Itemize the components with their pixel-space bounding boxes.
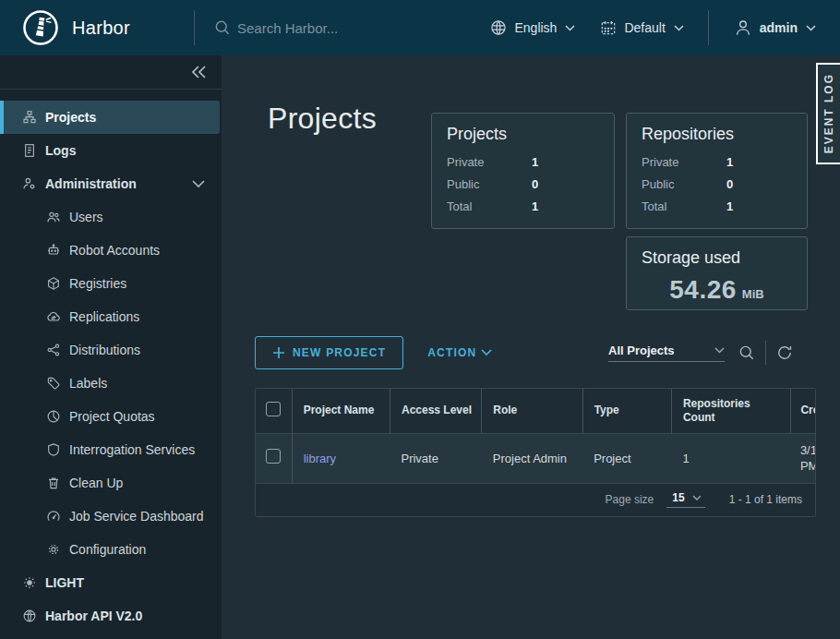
sidebar-item-harbor-api[interactable]: Harbor API V2.0	[0, 599, 222, 633]
theme-menu[interactable]: Default	[599, 18, 683, 37]
sidebar-item-label: Projects	[45, 110, 96, 125]
event-log-tab[interactable]: EVENT LOG	[816, 63, 840, 164]
col-role: Role	[482, 389, 582, 433]
filter-group: All Projects	[608, 341, 794, 365]
page-size-label: Page size	[606, 493, 654, 506]
sidebar-item-replications[interactable]: Replications	[0, 300, 222, 333]
chevron-down-icon	[565, 25, 575, 31]
sidebar-item-job-service-dashboard[interactable]: Job Service Dashboard	[0, 500, 222, 533]
stat-value: 0	[532, 174, 538, 196]
col-creation-time-clipped: Cre	[791, 389, 816, 433]
search-icon[interactable]	[738, 344, 756, 362]
col-repositories-count: Repositories Count	[671, 389, 790, 433]
robot-icon	[46, 243, 61, 258]
sidebar-item-users[interactable]: Users	[0, 200, 222, 234]
storage-unit: MiB	[742, 287, 764, 301]
col-type: Type	[582, 389, 671, 433]
sidebar-item-registries[interactable]: Registries	[0, 267, 222, 300]
pie-chart-icon	[46, 409, 61, 424]
sidebar-item-label: Harbor API V2.0	[45, 609, 142, 623]
sidebar: Projects Logs Administration	[0, 55, 222, 639]
brand[interactable]: Harbor	[0, 9, 194, 46]
stat-value: 1	[532, 196, 538, 218]
stat-label: Total	[642, 196, 726, 218]
org-chart-icon	[22, 110, 37, 125]
stat-label: Total	[447, 196, 532, 218]
stat-label: Private	[447, 151, 532, 174]
projects-summary-card: Projects Private1 Public0 Total1	[431, 113, 615, 229]
shield-icon	[46, 442, 61, 457]
sidebar-item-robot-accounts[interactable]: Robot Accounts	[0, 234, 222, 267]
sidebar-item-label: Logs	[45, 143, 76, 158]
gear-icon	[46, 542, 61, 557]
search-input[interactable]	[237, 20, 477, 36]
sidebar-nav: Projects Logs Administration	[0, 101, 222, 633]
page-size-select[interactable]: 15	[666, 491, 704, 508]
main-content: Projects Projects Private1 Public0 Total…	[222, 55, 840, 639]
page-title: Projects	[268, 102, 377, 136]
header-divider	[708, 10, 709, 45]
double-chevron-left-icon	[190, 65, 207, 79]
row-checkbox[interactable]	[266, 449, 281, 464]
theme-icon	[599, 18, 618, 37]
cloud-sync-icon	[46, 309, 61, 324]
cell-creation-time-clipped: 3/1 PM	[791, 433, 816, 483]
stat-label: Private	[642, 151, 726, 174]
sidebar-item-label: Project Quotas	[69, 409, 155, 424]
users-icon	[46, 210, 61, 224]
theme-label: Default	[624, 20, 665, 35]
summary-cards: Projects Private1 Public0 Total1 Reposit…	[431, 113, 808, 310]
sidebar-item-label: Distributions	[69, 343, 140, 357]
table-row: library Private Project Admin Project 1 …	[256, 433, 816, 483]
cell-role: Project Admin	[482, 433, 582, 483]
sidebar-item-label: Users	[69, 210, 103, 224]
refresh-icon[interactable]	[775, 344, 794, 362]
repositories-summary-card: Repositories Private1 Public0 Total1	[626, 113, 808, 229]
projects-toolbar: NEW PROJECT ACTION All Projects	[255, 336, 794, 369]
sidebar-item-project-quotas[interactable]: Project Quotas	[0, 400, 222, 433]
table-header-row: Project Name Access Level Role Type Repo…	[256, 389, 816, 433]
globe-icon	[489, 18, 508, 37]
sun-icon	[22, 575, 37, 590]
sidebar-item-label: LIGHT	[45, 575, 84, 590]
language-menu[interactable]: English	[489, 18, 575, 37]
cell-access-level: Private	[390, 433, 481, 483]
select-all-checkbox[interactable]	[266, 402, 281, 416]
stat-value: 0	[726, 174, 733, 196]
sidebar-item-light-theme-toggle[interactable]: LIGHT	[0, 566, 222, 599]
new-project-button[interactable]: NEW PROJECT	[255, 336, 403, 369]
sidebar-collapse-button[interactable]	[0, 55, 222, 90]
language-label: English	[514, 20, 557, 35]
stat-value: 1	[726, 196, 733, 218]
sidebar-item-label: Registries	[69, 276, 126, 291]
tag-icon	[46, 376, 61, 391]
sidebar-item-distributions[interactable]: Distributions	[0, 333, 222, 367]
sidebar-item-labels[interactable]: Labels	[0, 367, 222, 400]
pagination-range: 1 - 1 of 1 items	[729, 493, 802, 506]
sidebar-item-interrogation-services[interactable]: Interrogation Services	[0, 433, 222, 466]
card-title: Repositories	[642, 125, 792, 144]
sidebar-item-label: Labels	[69, 376, 107, 391]
global-search[interactable]	[213, 18, 489, 37]
sidebar-item-projects[interactable]: Projects	[0, 101, 220, 134]
project-filter-select[interactable]: All Projects	[608, 344, 725, 362]
sidebar-item-configuration[interactable]: Configuration	[0, 533, 222, 566]
action-dropdown[interactable]: ACTION	[427, 346, 492, 359]
sidebar-item-logs[interactable]: Logs	[0, 134, 222, 167]
user-menu[interactable]: admin	[733, 18, 816, 38]
sidebar-item-label: Configuration	[69, 542, 146, 557]
chevron-down-icon	[806, 25, 816, 31]
stat-label: Public	[447, 174, 532, 196]
user-icon	[733, 18, 753, 38]
sidebar-item-clean-up[interactable]: Clean Up	[0, 466, 222, 500]
search-icon	[213, 18, 232, 37]
sidebar-item-administration[interactable]: Administration	[0, 167, 222, 200]
page-size-value: 15	[672, 491, 684, 504]
sidebar-item-label: Job Service Dashboard	[69, 509, 204, 524]
chevron-down-icon	[674, 25, 684, 31]
cube-icon	[46, 276, 61, 291]
project-link[interactable]: library	[304, 452, 336, 465]
harbor-logo-icon	[22, 9, 59, 46]
stat-label: Public	[642, 174, 726, 196]
sidebar-item-label: Replications	[69, 309, 139, 324]
